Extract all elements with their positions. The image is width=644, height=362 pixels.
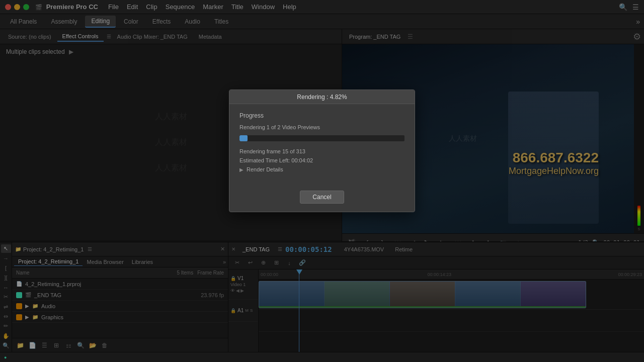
tab-audio-clip-mixer[interactable]: Audio Clip Mixer: _END TAG (112, 32, 193, 41)
render-bar (259, 306, 586, 308)
new-folder-button[interactable]: 📂 (88, 340, 98, 350)
timeline-tab-retime[interactable]: Retime (391, 245, 417, 253)
v1-lock-icon[interactable]: 🔒 (230, 276, 236, 281)
clear-button[interactable]: 🗑 (100, 340, 110, 350)
icon-view-button[interactable]: ⊞ (51, 340, 61, 350)
bottom-section: ↖ → [ ][ ↔ ✂ ⇌ ⇔ ✏ ✋ 🔍 📁 Project: 4_2_Re… (0, 241, 644, 352)
timeline-tool-markers[interactable]: ⊞ (271, 257, 282, 268)
program-panel-menu[interactable]: ☰ (408, 33, 413, 40)
a1-solo-icon[interactable]: S (250, 308, 253, 313)
settings-icon[interactable]: ⚙ (633, 31, 641, 42)
item-color-indicator (16, 303, 22, 309)
sequence-settings-icon[interactable]: ☰ (278, 246, 282, 252)
timeline-ruler[interactable]: 00:00:00 00:00:14:23 00:00:29:23 (259, 269, 644, 280)
spotlight-icon[interactable]: 🔍 (619, 3, 627, 11)
status-bar: ● (0, 352, 644, 362)
pen-tool[interactable]: ✏ (1, 322, 11, 330)
timeline-tool-track-target[interactable]: ↩ (245, 257, 256, 268)
workspace-tab-audio[interactable]: Audio (179, 16, 206, 27)
workspace-tab-assembly[interactable]: Assembly (45, 16, 83, 27)
menu-marker[interactable]: Marker (203, 3, 223, 11)
progress-fill (239, 135, 248, 141)
maximize-button[interactable] (23, 4, 29, 10)
render-details-row[interactable]: ▶ Render Details (239, 166, 405, 172)
tab-libraries[interactable]: Libraries (128, 258, 157, 266)
panel-close-icon[interactable]: ✕ (220, 246, 225, 252)
menu-edit[interactable]: Edit (127, 3, 138, 11)
menu-help[interactable]: Help (283, 3, 296, 11)
v1-settings-icon[interactable]: ▶ (240, 288, 244, 293)
search-button[interactable]: 🔍 (75, 340, 86, 350)
rolling-edit-tool[interactable]: ][ (1, 274, 11, 282)
control-center-icon[interactable]: ☰ (632, 3, 639, 11)
col-name-header: Name (16, 270, 177, 276)
razor-tool[interactable]: ✂ (1, 293, 11, 301)
list-item[interactable]: 🎬 _END TAG 23.976 fp (12, 290, 228, 301)
menu-bar[interactable]: File Edit Clip Sequence Marker Title Win… (108, 3, 296, 11)
freeform-button[interactable]: ⚏ (63, 340, 73, 350)
project-file-item[interactable]: 📄 4_2_Retiming_1.prproj (12, 279, 228, 290)
sequence-close-icon[interactable]: ✕ (231, 246, 235, 252)
list-item[interactable]: ▶ 📁 Graphics (12, 312, 228, 323)
minimize-button[interactable] (14, 4, 20, 10)
folder-expand-icon[interactable]: ▶ (25, 303, 29, 309)
menu-sequence[interactable]: Sequence (166, 3, 195, 11)
workspace-tab-effects[interactable]: Effects (146, 16, 177, 27)
a1-mute-icon[interactable]: M (245, 308, 249, 313)
tab-media-browser[interactable]: Media Browser (83, 258, 127, 266)
timeline-tool-snap[interactable]: 🔗 (297, 257, 308, 268)
tab-source[interactable]: Source: (no clips) (3, 32, 56, 41)
thumbnail-4 (455, 282, 520, 308)
menu-file[interactable]: File (108, 3, 119, 11)
timeline-tab-mov[interactable]: 4Y4A6735.MOV (340, 245, 388, 253)
workspace-tab-titles[interactable]: Titles (208, 16, 234, 27)
tab-metadata[interactable]: Metadata (194, 32, 227, 41)
workspace-tab-editing[interactable]: Editing (85, 16, 116, 28)
arrow-icon[interactable]: ▶ (69, 48, 73, 55)
workspace-tab-color[interactable]: Color (118, 16, 144, 27)
a1-lock-icon[interactable]: 🔒 (230, 308, 236, 313)
tab-effect-controls[interactable]: Effect Controls (57, 32, 104, 42)
timeline-tool-ripple[interactable]: ✂ (231, 257, 243, 268)
hand-tool[interactable]: ✋ (1, 331, 11, 340)
workspace-tabs: All Panels Assembly Editing Color Effect… (0, 14, 644, 29)
list-item[interactable]: ▶ 📁 Audio (12, 301, 228, 312)
zoom-tool[interactable]: 🔍 (1, 341, 11, 350)
timeline-tool-insert[interactable]: ↓ (284, 257, 295, 268)
project-panel-menu-icon[interactable]: ☰ (88, 246, 92, 252)
close-button[interactable] (5, 4, 11, 10)
workspace-tab-all-panels[interactable]: All Panels (4, 16, 43, 27)
rendering-dialog[interactable]: Rendering : 4.82% Progress Rendering 1 o… (229, 89, 415, 212)
slip-tool[interactable]: ⇌ (1, 303, 11, 311)
timeline-tab-sequence[interactable]: _END TAG (238, 245, 274, 253)
video-clip[interactable] (259, 281, 586, 308)
timeline-tool-sync[interactable]: ⊕ (258, 257, 269, 268)
panel-tab-menu-icon[interactable]: ☰ (107, 34, 111, 39)
window-controls[interactable] (5, 4, 29, 10)
ripple-edit-tool[interactable]: [ (1, 264, 11, 273)
rate-stretch-tool[interactable]: ↔ (1, 283, 11, 292)
timeline-header: ✕ _END TAG ☰ 00:00:05:12 4Y4A6735.MOV Re… (228, 242, 644, 256)
menu-window[interactable]: Window (252, 3, 275, 11)
v1-expand-icon[interactable]: ◀ (236, 288, 239, 293)
menu-clip[interactable]: Clip (146, 3, 157, 11)
v1-eye-icon[interactable]: 👁 (230, 288, 235, 293)
cancel-button[interactable]: Cancel (300, 191, 344, 204)
new-item-button[interactable]: 📄 (27, 340, 37, 350)
workspace-tabs-more[interactable]: » (636, 18, 640, 26)
selection-tool[interactable]: ↖ (1, 244, 11, 253)
v1-controls: 👁 ◀ ▶ (230, 288, 256, 293)
program-panel-tabs: Program: _END TAG ☰ ⚙ (342, 29, 644, 44)
tab-project[interactable]: Project: 4_2_Retiming_1 (14, 257, 83, 266)
status-indicator: ● (4, 355, 7, 360)
video-url: MortgageHelpNow.org (509, 166, 599, 176)
panel-expand-icon[interactable]: » (223, 259, 226, 265)
new-bin-button[interactable]: 📁 (15, 340, 25, 350)
time-left: Estimated Time Left: 00:04:02 (239, 157, 405, 163)
folder-expand-icon[interactable]: ▶ (25, 314, 29, 320)
menu-title[interactable]: Title (231, 3, 244, 11)
track-select-tool[interactable]: → (1, 254, 11, 262)
slide-tool[interactable]: ⇔ (1, 312, 11, 321)
list-view-button[interactable]: ☰ (39, 340, 49, 350)
timeline-toolbar: ✂ ↩ ⊕ ⊞ ↓ 🔗 (228, 256, 644, 269)
